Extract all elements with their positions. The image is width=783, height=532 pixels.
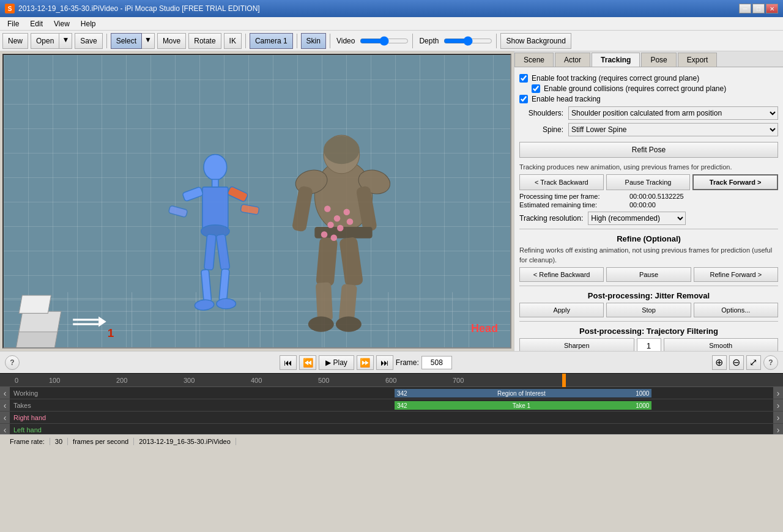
- refine-backward-button[interactable]: < Refine Backward: [519, 267, 604, 282]
- last-frame-button[interactable]: ⏭: [376, 355, 393, 370]
- timeline[interactable]: 0 100 200 300 400 500 600 700 ‹ Working …: [0, 373, 783, 434]
- svg-point-46: [331, 234, 337, 240]
- help-button-left[interactable]: ?: [5, 355, 20, 370]
- move-button[interactable]: Move: [157, 33, 186, 49]
- spine-select[interactable]: Stiff Lower Spine: [568, 123, 778, 136]
- refine-forward-button[interactable]: Refine Forward >: [694, 267, 778, 282]
- tab-actor[interactable]: Actor: [555, 53, 590, 67]
- menu-file[interactable]: File: [2, 18, 24, 29]
- menu-edit[interactable]: Edit: [25, 18, 48, 29]
- smooth-button[interactable]: Smooth: [664, 338, 779, 351]
- video-slider[interactable]: [360, 35, 409, 46]
- enable-head-tracking-checkbox[interactable]: [519, 95, 528, 103]
- tab-pose[interactable]: Pose: [641, 53, 676, 67]
- zoom-fit-button[interactable]: ⤢: [746, 355, 761, 370]
- resolution-select[interactable]: LowMediumHigh (recommended)Ultra: [588, 212, 686, 225]
- track-forward-button[interactable]: Track Forward >: [692, 174, 778, 190]
- show-background-button[interactable]: Show Background: [500, 33, 571, 49]
- svg-point-27: [324, 136, 360, 164]
- open-button[interactable]: Open: [31, 33, 59, 49]
- first-frame-button[interactable]: ⏮: [280, 355, 297, 370]
- svg-rect-15: [168, 205, 188, 218]
- svg-rect-13: [202, 187, 228, 229]
- shoulders-select[interactable]: Shoulder position calculated from arm po…: [568, 106, 778, 120]
- framerate-label: Frame rate:: [5, 438, 50, 445]
- select-button[interactable]: Select: [111, 33, 142, 49]
- track-backward-button[interactable]: < Track Backward: [519, 174, 604, 190]
- timeline-takes-left[interactable]: ‹: [0, 399, 10, 411]
- timeline-left-nav[interactable]: ‹: [0, 387, 10, 399]
- timeline-right-nav[interactable]: ›: [773, 387, 783, 399]
- new-button[interactable]: New: [2, 33, 28, 49]
- svg-text:200: 200: [116, 377, 127, 384]
- viewport[interactable]: 1 Head: [2, 54, 511, 349]
- enable-ground-collisions-checkbox[interactable]: [532, 84, 540, 93]
- select-dropdown[interactable]: Select ▼: [111, 33, 155, 49]
- refine-info: Refining works off existing animation, n…: [519, 246, 778, 265]
- frame-input[interactable]: [421, 356, 452, 369]
- next-frame-button[interactable]: ⏩: [357, 355, 374, 370]
- tracking-info: Tracking produces new animation, using p…: [519, 163, 778, 172]
- refit-pose-button[interactable]: Refit Pose: [519, 142, 778, 158]
- minimize-button[interactable]: ─: [739, 4, 751, 13]
- tab-export[interactable]: Export: [678, 53, 718, 67]
- help-button-right[interactable]: ?: [763, 355, 778, 370]
- open-dropdown-arrow[interactable]: ▼: [59, 33, 72, 49]
- timeline-rows: ‹ Working 342 Region of Interest 1000 › …: [0, 387, 783, 434]
- svg-rect-30: [292, 185, 313, 232]
- zoom-in-button[interactable]: ⊕: [712, 355, 727, 370]
- trajectory-buttons-row: Sharpen Smooth: [519, 338, 778, 351]
- head-tracking-label: Enable head tracking: [532, 95, 601, 103]
- processing-time-label: Processing time per frame:: [519, 193, 629, 200]
- estimated-remaining-label: Estimated remaining time:: [519, 201, 629, 209]
- toolbar-separator-4: [330, 34, 330, 48]
- skin-button[interactable]: Skin: [301, 33, 326, 49]
- apply-button[interactable]: Apply: [519, 303, 604, 317]
- left-hand-content: [59, 424, 773, 434]
- pause-tracking-button[interactable]: Pause Tracking: [606, 174, 691, 190]
- menu-view[interactable]: View: [49, 18, 75, 29]
- pause-refine-button[interactable]: Pause: [606, 267, 691, 282]
- sharpen-button[interactable]: Sharpen: [519, 338, 634, 351]
- ik-button[interactable]: IK: [224, 33, 242, 49]
- takes-bar: 342 Take 1 1000: [395, 401, 651, 410]
- save-button[interactable]: Save: [75, 33, 102, 49]
- depth-slider[interactable]: [443, 35, 492, 46]
- statusbar: Frame rate: 30 frames per second 2013-12…: [0, 434, 783, 448]
- divider-1: [519, 229, 778, 229]
- svg-text:400: 400: [251, 377, 262, 384]
- svg-rect-49: [19, 295, 51, 313]
- working-bar-end: 1000: [636, 390, 649, 397]
- camera-button[interactable]: Camera 1: [250, 33, 293, 49]
- tab-scene[interactable]: Scene: [514, 53, 554, 67]
- zoom-out-button[interactable]: ⊖: [729, 355, 744, 370]
- rotate-button[interactable]: Rotate: [188, 33, 221, 49]
- play-icon: ▶: [325, 358, 331, 367]
- svg-rect-47: [16, 331, 58, 349]
- close-button[interactable]: ✕: [766, 4, 778, 13]
- select-dropdown-arrow[interactable]: ▼: [142, 33, 155, 49]
- timeline-row-lefthand: ‹ Left hand ›: [0, 424, 783, 434]
- resolution-row: Tracking resolution: LowMediumHigh (reco…: [519, 212, 778, 225]
- frame-label: Frame:: [396, 358, 419, 367]
- tab-tracking[interactable]: Tracking: [592, 53, 640, 67]
- open-dropdown[interactable]: Open ▼: [31, 33, 72, 49]
- options-button[interactable]: Options...: [694, 303, 778, 317]
- trajectory-value-input[interactable]: [637, 338, 661, 351]
- svg-rect-33: [316, 237, 338, 287]
- processing-time-value: 00:00:00.5132225: [629, 193, 778, 200]
- toolbar-separator-1: [106, 34, 107, 48]
- enable-foot-tracking-checkbox[interactable]: [519, 74, 528, 83]
- play-button[interactable]: ▶ Play: [319, 355, 354, 370]
- maximize-button[interactable]: □: [752, 4, 765, 13]
- svg-point-43: [337, 225, 343, 231]
- timeline-takes-right[interactable]: ›: [773, 399, 783, 411]
- left-hand-label: Left hand: [10, 426, 59, 434]
- svg-rect-22: [216, 234, 230, 270]
- menu-help[interactable]: Help: [76, 18, 101, 29]
- stop-button[interactable]: Stop: [606, 303, 691, 317]
- spine-label: Spine:: [519, 125, 568, 134]
- foot-tracking-row: Enable foot tracking (requires correct g…: [519, 74, 778, 83]
- prev-frame-button[interactable]: ⏪: [299, 355, 316, 370]
- titlebar-controls[interactable]: ─ □ ✕: [739, 4, 778, 13]
